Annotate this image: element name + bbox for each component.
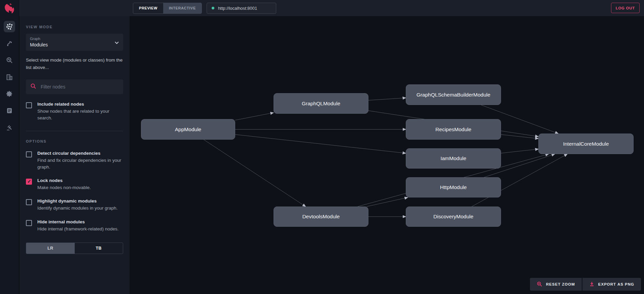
chevron-down-icon (115, 39, 119, 45)
export-png-button[interactable]: EXPORT AS PNG (582, 278, 641, 291)
zoom-reset-icon (537, 281, 542, 288)
action-label: RESET ZOOM (546, 282, 575, 286)
icon-rail (0, 0, 19, 294)
sidebar-item-inspect[interactable] (4, 54, 15, 66)
checkbox-description: Find and fix circular dependencies in yo… (37, 157, 123, 171)
view-mode-heading: VIEW MODE (26, 25, 123, 29)
sidebar-item-logs[interactable] (4, 105, 15, 116)
graph-edge (235, 113, 274, 120)
highlight-dynamic-row[interactable]: Highlight dynamic modules Identify dynam… (26, 198, 123, 212)
graph-node[interactable]: GraphQLModule (274, 93, 368, 114)
graph-edge (501, 135, 538, 139)
gavel-icon (6, 124, 13, 131)
render-mode-tabs: PREVIEW INTERACTIVE (133, 3, 202, 14)
logout-button[interactable]: LOG OUT (611, 3, 640, 13)
include-related-row[interactable]: Include related nodes Show nodes that ar… (26, 102, 123, 122)
graph-edge (367, 197, 408, 207)
lock-nodes-row[interactable]: Lock nodes Make nodes non-movable. (26, 178, 123, 191)
sidebar-panel: VIEW MODE Graph Modules Select view mode… (20, 16, 130, 294)
sidebar-item-settings[interactable] (4, 88, 15, 100)
graph-node[interactable]: IamModule (406, 148, 501, 169)
layout-lr-button[interactable]: LR (26, 243, 75, 254)
graph-edge (204, 140, 306, 207)
graph-node[interactable]: HttpModule (406, 177, 501, 197)
detect-circular-checkbox[interactable] (26, 151, 32, 157)
detect-circular-row[interactable]: Detect circular dependencies Find and fi… (26, 151, 123, 171)
graph-node[interactable]: RecipesModule (406, 119, 501, 140)
view-mode-description: Select view mode (modules or classes) fr… (26, 57, 123, 71)
tab-preview[interactable]: PREVIEW (133, 3, 163, 13)
divider (26, 131, 123, 131)
sidebar-item-audit[interactable] (4, 122, 15, 133)
hide-internal-row[interactable]: Hide internal modules Hide internal (fra… (26, 219, 123, 232)
graph-node[interactable]: DevtoolsModule (274, 207, 368, 227)
checkbox-description: Make nodes non-movable. (37, 184, 91, 191)
server-url-bar (207, 3, 276, 14)
search-pulse-icon (6, 57, 13, 64)
graph-icon (6, 23, 13, 30)
sidebar-item-pipeline[interactable] (4, 38, 15, 49)
gear-icon (6, 90, 13, 98)
select-label: Graph (30, 37, 119, 41)
server-url-input[interactable] (217, 5, 271, 11)
graph-canvas[interactable]: AppModuleGraphQLModuleGraphQLSchemaBuild… (130, 16, 644, 294)
options-heading: OPTIONS (26, 139, 123, 143)
checkbox-description: Hide internal (framework-related) nodes. (37, 226, 119, 232)
hide-internal-checkbox[interactable] (26, 220, 32, 226)
filter-nodes-input[interactable] (40, 84, 119, 90)
lock-nodes-checkbox[interactable] (26, 179, 32, 185)
online-status-dot (212, 7, 214, 9)
graph-edge (501, 149, 538, 153)
download-icon (589, 281, 595, 287)
canvas-actions: RESET ZOOM EXPORT AS PNG (530, 278, 641, 291)
sidebar-item-graph[interactable] (4, 21, 15, 32)
checkbox-label: Hide internal modules (37, 219, 119, 224)
select-value: Modules (30, 42, 119, 47)
checkbox-description: Identify dynamic modules in your graph. (37, 205, 118, 212)
graph-node[interactable]: DiscoveryModule (406, 207, 501, 227)
checkbox-description: Show nodes that are related to your sear… (37, 108, 123, 122)
building-icon (6, 73, 13, 81)
filter-box (26, 79, 123, 94)
graph-node[interactable]: AppModule (141, 119, 235, 140)
reset-zoom-button[interactable]: RESET ZOOM (530, 278, 582, 291)
search-icon (30, 83, 36, 90)
graph-edge (368, 98, 406, 100)
document-icon (6, 107, 13, 114)
include-related-checkbox[interactable] (26, 102, 32, 108)
pipeline-icon (6, 40, 13, 47)
checkbox-label: Highlight dynamic modules (37, 198, 118, 204)
graph-edge (235, 135, 406, 153)
graph-edges-layer (130, 16, 644, 294)
checkbox-label: Detect circular dependencies (37, 151, 123, 156)
topbar: PREVIEW INTERACTIVE LOG OUT (19, 0, 644, 16)
layout-direction-toggle: LR TB (26, 243, 123, 254)
action-label: EXPORT AS PNG (598, 282, 634, 286)
checkbox-label: Include related nodes (37, 102, 123, 107)
graph-node[interactable]: InternalCoreModule (538, 134, 634, 154)
layout-tb-button[interactable]: TB (75, 243, 123, 254)
graph-node[interactable]: GraphQLSchemaBuilderModule (406, 84, 501, 105)
view-mode-select[interactable]: Graph Modules (26, 34, 123, 51)
highlight-dynamic-checkbox[interactable] (26, 199, 32, 205)
sidebar-item-organization[interactable] (4, 71, 15, 83)
nestjs-logo (4, 2, 15, 14)
checkbox-label: Lock nodes (37, 178, 91, 183)
tab-interactive[interactable]: INTERACTIVE (163, 3, 202, 13)
